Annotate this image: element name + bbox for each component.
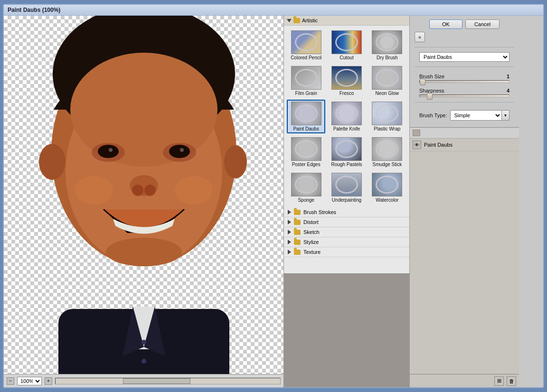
filter-item-paint-daubs[interactable]: Paint Daubs [287,100,325,133]
layer-visibility-icon[interactable]: 👁 [413,140,421,149]
brush-type-label: Brush Type: [419,112,447,118]
effects-list[interactable]: 👁 Paint Daubs [410,139,519,374]
window-title: Paint Daubs (100%) [8,7,60,13]
filter-label-paint-daubs: Paint Daubs [293,126,319,131]
svg-point-21 [132,185,143,196]
svg-point-11 [224,145,247,178]
divider-2 [415,66,514,67]
effects-panel: 👁 Paint Daubs ⊞ 🗑 [410,127,519,387]
filter-label-rough-pastels: Rough Pastels [331,162,362,167]
brush-size-thumb[interactable] [420,79,425,85]
folder-icon [293,18,300,23]
artistic-section-header[interactable]: Artistic [284,16,409,26]
divider-3 [415,102,514,103]
filter-label-colored-pencil: Colored Pencil [291,55,321,60]
svg-point-22 [144,185,156,196]
filter-item-fresco[interactable]: Fresco [327,64,366,98]
filter-item-palette-knife[interactable]: Palette Knife [327,100,366,133]
section-row-sketch[interactable]: Sketch [284,227,409,237]
canvas-area: − 100% + [4,16,284,387]
folder-icon-distort [294,220,301,225]
svg-point-19 [180,148,184,152]
canvas-container[interactable] [4,16,283,374]
folder-icon-stylize [294,240,301,245]
filter-item-watercolor[interactable]: Watercolor [368,171,406,205]
sharpness-param: Sharpness 4 [415,86,514,97]
filter-item-dry-brush[interactable]: Dry Brush [368,28,406,62]
section-row-stylize[interactable]: Stylize [284,237,409,247]
filter-item-colored-pencil[interactable]: Colored Pencil [287,28,325,62]
filter-item-underpainting[interactable]: Underpainting [327,171,366,205]
brush-type-select-wrap: SimpleLight RoughDark RoughWide SharpWid… [450,110,510,121]
horizontal-scrollbar[interactable] [55,378,281,384]
filter-list[interactable]: Artistic Colored PencilCutoutDry BrushFi… [284,16,409,273]
effects-header [410,128,519,139]
sharpness-slider[interactable] [419,94,509,97]
canvas-image [4,16,283,374]
controls-panel: OK Cancel « Colored PencilCutoutDry Brus… [410,16,519,387]
expand-arrow-icon [288,240,291,244]
canvas-statusbar: − 100% + [4,374,283,387]
brush-size-slider[interactable] [419,80,509,83]
effect-item-label: Paint Daubs [424,142,453,148]
filter-label-sponge: Sponge [298,197,314,203]
section-row-brush-strokes[interactable]: Brush Strokes [284,207,409,217]
filter-item-poster-edges[interactable]: Poster Edges [287,135,325,169]
filter-item-cutout[interactable]: Cutout [327,28,366,62]
brush-type-select[interactable]: SimpleLight RoughDark RoughWide SharpWid… [451,111,502,120]
cancel-button[interactable]: Cancel [465,19,500,29]
filter-item-plastic-wrap[interactable]: Plastic Wrap [368,100,406,133]
expand-arrow-icon [288,250,291,254]
scrollbar-thumb[interactable] [123,378,190,384]
brush-type-row: Brush Type: SimpleLight RoughDark RoughW… [415,107,514,123]
zoom-in-button[interactable]: + [45,377,52,385]
filter-label-fresco: Fresco [340,91,354,96]
svg-point-13 [70,53,217,167]
filter-thumb-fresco [331,66,362,90]
collapse-arrow-icon [287,19,292,22]
svg-point-17 [169,145,190,158]
eye-icon-header [413,130,420,136]
svg-point-23 [75,176,113,205]
filter-dropdown-row: Colored PencilCutoutDry BrushFilm GrainF… [415,52,514,62]
brush-size-param: Brush Size 1 [415,72,514,83]
filter-label-underpainting: Underpainting [332,197,361,203]
filter-item-neon-glow[interactable]: Neon Glow [368,64,406,98]
effect-item-paint-daubs[interactable]: 👁 Paint Daubs [410,139,519,151]
filter-thumb-sponge [291,173,321,196]
divider-1 [415,47,514,47]
section-row-distort[interactable]: Distort [284,217,409,227]
collapse-button[interactable]: « [415,32,425,42]
brush-type-dropdown-arrow[interactable]: ▼ [501,111,509,120]
filter-preview-bottom [284,273,409,387]
filter-type-select[interactable]: Colored PencilCutoutDry BrushFilm GrainF… [419,52,509,62]
filter-label-film-grain: Film Grain [295,91,317,96]
section-label-distort: Distort [303,219,319,225]
filter-panel: Artistic Colored PencilCutoutDry BrushFi… [284,16,410,387]
zoom-select[interactable]: 100% [17,377,42,385]
filter-label-poster-edges: Poster Edges [292,162,321,167]
section-row-texture[interactable]: Texture [284,247,409,257]
caricature-svg [28,16,260,374]
filter-item-sponge[interactable]: Sponge [287,171,325,205]
folder-icon-sketch [294,230,301,235]
zoom-out-button[interactable]: − [7,377,14,385]
filter-item-film-grain[interactable]: Film Grain [287,64,325,98]
section-label-sketch: Sketch [303,229,320,235]
action-buttons: OK Cancel [415,19,514,29]
artistic-section-label: Artistic [302,18,318,23]
filter-item-smudge-stick[interactable]: Smudge Stick [368,135,406,169]
filter-label-palette-knife: Palette Knife [333,126,360,131]
filter-thumb-colored-pencil [291,30,321,54]
svg-point-10 [39,144,66,180]
sharpness-thumb[interactable] [427,93,433,100]
folder-icon-texture [294,250,301,255]
folder-icon-brush-strokes [294,210,301,215]
delete-effect-button[interactable]: 🗑 [507,376,516,386]
svg-point-7 [141,359,146,364]
filter-thumb-rough-pastels [331,137,362,161]
filter-item-rough-pastels[interactable]: Rough Pastels [327,135,366,169]
section-label-texture: Texture [303,249,321,255]
new-effect-button[interactable]: ⊞ [494,376,504,386]
ok-button[interactable]: OK [429,19,462,29]
